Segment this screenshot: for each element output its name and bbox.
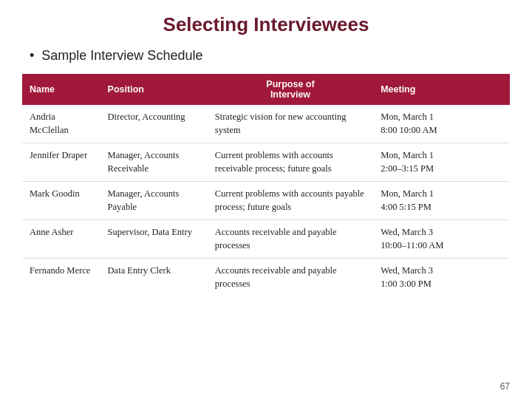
- cell-name: Jennifer Draper: [22, 143, 100, 182]
- cell-name: Anne Asher: [22, 220, 100, 259]
- cell-purpose: Current problems with accounts payable p…: [208, 182, 373, 220]
- header-meeting: Meeting: [373, 74, 510, 105]
- cell-purpose: Accounts receivable and payable processe…: [208, 259, 373, 297]
- cell-name: Fernando Merce: [22, 259, 100, 297]
- table-row: Mark GoodinManager, Accounts PayableCurr…: [22, 182, 510, 220]
- cell-meeting: Wed, March 31:00 3:00 PM: [373, 259, 510, 297]
- cell-position: Data Entry Clerk: [100, 259, 208, 297]
- header-name: Name: [22, 74, 100, 105]
- page: Selecting Interviewees • Sample Intervie…: [0, 0, 532, 399]
- table-row: Anne AsherSupervisor, Data EntryAccounts…: [22, 220, 510, 259]
- cell-purpose: Current problems with accounts receivabl…: [208, 143, 373, 182]
- cell-position: Manager, Accounts Receivable: [100, 143, 208, 182]
- cell-name: Andria McClellan: [22, 105, 100, 143]
- cell-position: Manager, Accounts Payable: [100, 182, 208, 220]
- table-row: Andria McClellanDirector, AccountingStra…: [22, 105, 510, 143]
- cell-position: Supervisor, Data Entry: [100, 220, 208, 259]
- table-header-row: Name Position Purpose ofInterview Meetin…: [22, 74, 510, 105]
- bullet-section: • Sample Interview Schedule: [22, 48, 510, 64]
- page-title: Selecting Interviewees: [22, 0, 510, 48]
- interview-schedule-table: Name Position Purpose ofInterview Meetin…: [22, 74, 510, 296]
- cell-position: Director, Accounting: [100, 105, 208, 143]
- bullet-symbol: •: [30, 48, 41, 63]
- bullet-text: Sample Interview Schedule: [41, 48, 202, 63]
- header-purpose: Purpose ofInterview: [208, 74, 373, 105]
- cell-meeting: Mon, March 12:00–3:15 PM: [373, 143, 510, 182]
- cell-purpose: Strategic vision for new accounting syst…: [208, 105, 373, 143]
- cell-meeting: Wed, March 310:00–11:00 AM: [373, 220, 510, 259]
- header-position: Position: [100, 74, 208, 105]
- cell-name: Mark Goodin: [22, 182, 100, 220]
- cell-meeting: Mon, March 14:00 5:15 PM: [373, 182, 510, 220]
- table-row: Jennifer DraperManager, Accounts Receiva…: [22, 143, 510, 182]
- cell-purpose: Accounts receivable and payable processe…: [208, 220, 373, 259]
- cell-meeting: Mon, March 18:00 10:00 AM: [373, 105, 510, 143]
- page-number: 67: [500, 381, 510, 392]
- table-row: Fernando MerceData Entry ClerkAccounts r…: [22, 259, 510, 297]
